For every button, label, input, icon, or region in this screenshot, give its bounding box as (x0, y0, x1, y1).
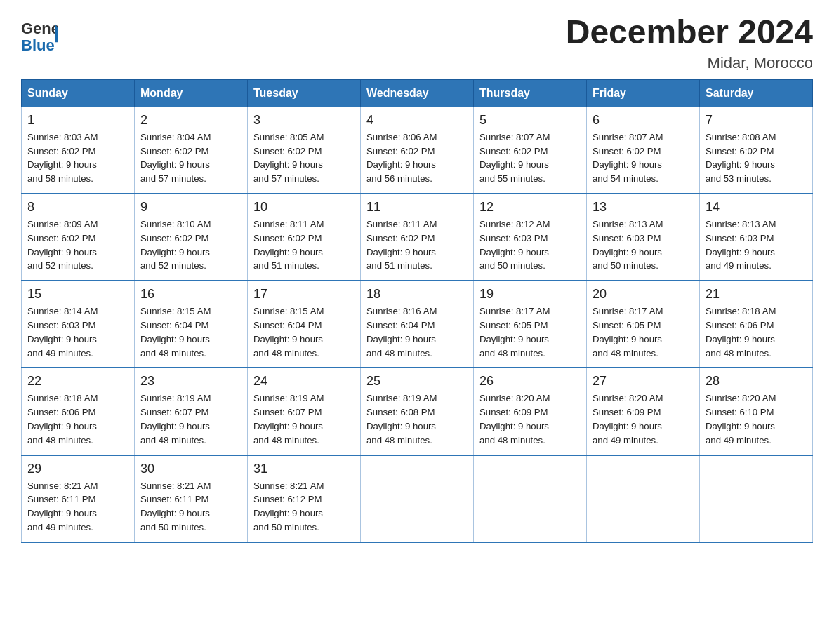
day-info: Sunrise: 8:20 AMSunset: 6:09 PMDaylight:… (593, 393, 663, 445)
calendar-body: 1 Sunrise: 8:03 AMSunset: 6:02 PMDayligh… (22, 107, 813, 542)
week-row-1: 1 Sunrise: 8:03 AMSunset: 6:02 PMDayligh… (22, 107, 813, 194)
day-info: Sunrise: 8:11 AMSunset: 6:02 PMDaylight:… (253, 219, 324, 271)
logo: General Blue (21, 14, 59, 56)
calendar-cell: 1 Sunrise: 8:03 AMSunset: 6:02 PMDayligh… (22, 107, 135, 194)
calendar-header: SundayMondayTuesdayWednesdayThursdayFrid… (22, 79, 813, 107)
logo-icon: General Blue (21, 14, 58, 56)
day-info: Sunrise: 8:03 AMSunset: 6:02 PMDaylight:… (27, 132, 98, 184)
day-info: Sunrise: 8:21 AMSunset: 6:11 PMDaylight:… (140, 481, 211, 532)
title-block: December 2024 Midar, Morocco (566, 14, 813, 72)
day-info: Sunrise: 8:19 AMSunset: 6:07 PMDaylight:… (140, 393, 211, 445)
calendar-cell: 14 Sunrise: 8:13 AMSunset: 6:03 PMDaylig… (700, 194, 813, 281)
day-number: 13 (593, 200, 694, 215)
day-number: 4 (366, 113, 468, 128)
column-header-friday: Friday (587, 79, 700, 107)
calendar-cell: 20 Sunrise: 8:17 AMSunset: 6:05 PMDaylig… (587, 281, 700, 368)
day-info: Sunrise: 8:12 AMSunset: 6:03 PMDaylight:… (479, 219, 550, 271)
month-title: December 2024 (566, 14, 813, 51)
day-info: Sunrise: 8:19 AMSunset: 6:07 PMDaylight:… (253, 393, 324, 445)
calendar-table: SundayMondayTuesdayWednesdayThursdayFrid… (21, 79, 813, 543)
calendar-cell: 15 Sunrise: 8:14 AMSunset: 6:03 PMDaylig… (22, 281, 135, 368)
column-header-saturday: Saturday (700, 79, 813, 107)
calendar-cell: 18 Sunrise: 8:16 AMSunset: 6:04 PMDaylig… (361, 281, 474, 368)
day-number: 20 (593, 287, 694, 302)
day-info: Sunrise: 8:18 AMSunset: 6:06 PMDaylight:… (706, 306, 776, 358)
column-header-wednesday: Wednesday (361, 79, 474, 107)
day-number: 1 (27, 113, 128, 128)
calendar-cell: 12 Sunrise: 8:12 AMSunset: 6:03 PMDaylig… (474, 194, 587, 281)
day-info: Sunrise: 8:15 AMSunset: 6:04 PMDaylight:… (140, 306, 211, 358)
day-info: Sunrise: 8:18 AMSunset: 6:06 PMDaylight:… (27, 393, 98, 445)
day-info: Sunrise: 8:08 AMSunset: 6:02 PMDaylight:… (706, 132, 776, 184)
calendar-cell: 19 Sunrise: 8:17 AMSunset: 6:05 PMDaylig… (474, 281, 587, 368)
day-info: Sunrise: 8:16 AMSunset: 6:04 PMDaylight:… (366, 306, 437, 358)
day-number: 24 (253, 374, 355, 389)
day-number: 27 (593, 374, 694, 389)
day-number: 14 (706, 200, 807, 215)
day-number: 10 (253, 200, 355, 215)
day-info: Sunrise: 8:04 AMSunset: 6:02 PMDaylight:… (140, 132, 211, 184)
calendar-cell (587, 455, 700, 542)
calendar-cell: 26 Sunrise: 8:20 AMSunset: 6:09 PMDaylig… (474, 368, 587, 455)
day-number: 26 (479, 374, 581, 389)
day-number: 25 (366, 374, 468, 389)
day-number: 6 (593, 113, 694, 128)
calendar-cell: 21 Sunrise: 8:18 AMSunset: 6:06 PMDaylig… (700, 281, 813, 368)
calendar-cell: 9 Sunrise: 8:10 AMSunset: 6:02 PMDayligh… (135, 194, 248, 281)
calendar-cell: 10 Sunrise: 8:11 AMSunset: 6:02 PMDaylig… (248, 194, 361, 281)
day-info: Sunrise: 8:21 AMSunset: 6:12 PMDaylight:… (253, 481, 324, 532)
week-row-2: 8 Sunrise: 8:09 AMSunset: 6:02 PMDayligh… (22, 194, 813, 281)
day-number: 17 (253, 287, 355, 302)
calendar-cell: 28 Sunrise: 8:20 AMSunset: 6:10 PMDaylig… (700, 368, 813, 455)
header-row: SundayMondayTuesdayWednesdayThursdayFrid… (22, 79, 813, 107)
calendar-cell (361, 455, 474, 542)
day-number: 16 (140, 287, 241, 302)
column-header-monday: Monday (135, 79, 248, 107)
day-number: 30 (140, 462, 241, 476)
day-number: 18 (366, 287, 468, 302)
calendar-cell: 30 Sunrise: 8:21 AMSunset: 6:11 PMDaylig… (135, 455, 248, 542)
day-number: 3 (253, 113, 355, 128)
calendar-cell: 11 Sunrise: 8:11 AMSunset: 6:02 PMDaylig… (361, 194, 474, 281)
calendar-cell: 4 Sunrise: 8:06 AMSunset: 6:02 PMDayligh… (361, 107, 474, 194)
day-info: Sunrise: 8:13 AMSunset: 6:03 PMDaylight:… (593, 219, 663, 271)
calendar-cell: 7 Sunrise: 8:08 AMSunset: 6:02 PMDayligh… (700, 107, 813, 194)
day-number: 31 (253, 462, 355, 476)
week-row-5: 29 Sunrise: 8:21 AMSunset: 6:11 PMDaylig… (22, 455, 813, 542)
day-info: Sunrise: 8:17 AMSunset: 6:05 PMDaylight:… (593, 306, 663, 358)
day-info: Sunrise: 8:07 AMSunset: 6:02 PMDaylight:… (593, 132, 663, 184)
day-number: 29 (27, 462, 128, 476)
day-info: Sunrise: 8:09 AMSunset: 6:02 PMDaylight:… (27, 219, 98, 271)
calendar-cell: 29 Sunrise: 8:21 AMSunset: 6:11 PMDaylig… (22, 455, 135, 542)
calendar-cell (700, 455, 813, 542)
day-info: Sunrise: 8:07 AMSunset: 6:02 PMDaylight:… (479, 132, 550, 184)
svg-text:Blue: Blue (21, 36, 55, 54)
calendar-cell: 24 Sunrise: 8:19 AMSunset: 6:07 PMDaylig… (248, 368, 361, 455)
day-number: 2 (140, 113, 241, 128)
day-number: 22 (27, 374, 128, 389)
day-info: Sunrise: 8:20 AMSunset: 6:10 PMDaylight:… (706, 393, 776, 445)
logo-svg: General Blue (21, 14, 58, 56)
calendar-cell: 27 Sunrise: 8:20 AMSunset: 6:09 PMDaylig… (587, 368, 700, 455)
column-header-thursday: Thursday (474, 79, 587, 107)
calendar-cell: 6 Sunrise: 8:07 AMSunset: 6:02 PMDayligh… (587, 107, 700, 194)
day-info: Sunrise: 8:13 AMSunset: 6:03 PMDaylight:… (706, 219, 776, 271)
day-number: 15 (27, 287, 128, 302)
day-info: Sunrise: 8:05 AMSunset: 6:02 PMDaylight:… (253, 132, 324, 184)
location: Midar, Morocco (566, 54, 813, 72)
svg-text:General: General (21, 20, 58, 37)
day-number: 9 (140, 200, 241, 215)
day-info: Sunrise: 8:10 AMSunset: 6:02 PMDaylight:… (140, 219, 211, 271)
calendar-cell: 31 Sunrise: 8:21 AMSunset: 6:12 PMDaylig… (248, 455, 361, 542)
day-number: 7 (706, 113, 807, 128)
calendar-cell: 2 Sunrise: 8:04 AMSunset: 6:02 PMDayligh… (135, 107, 248, 194)
calendar-cell: 25 Sunrise: 8:19 AMSunset: 6:08 PMDaylig… (361, 368, 474, 455)
week-row-3: 15 Sunrise: 8:14 AMSunset: 6:03 PMDaylig… (22, 281, 813, 368)
calendar-cell: 23 Sunrise: 8:19 AMSunset: 6:07 PMDaylig… (135, 368, 248, 455)
calendar-cell: 22 Sunrise: 8:18 AMSunset: 6:06 PMDaylig… (22, 368, 135, 455)
calendar-cell: 5 Sunrise: 8:07 AMSunset: 6:02 PMDayligh… (474, 107, 587, 194)
day-info: Sunrise: 8:21 AMSunset: 6:11 PMDaylight:… (27, 481, 98, 532)
day-number: 19 (479, 287, 581, 302)
day-info: Sunrise: 8:15 AMSunset: 6:04 PMDaylight:… (253, 306, 324, 358)
calendar-cell: 16 Sunrise: 8:15 AMSunset: 6:04 PMDaylig… (135, 281, 248, 368)
